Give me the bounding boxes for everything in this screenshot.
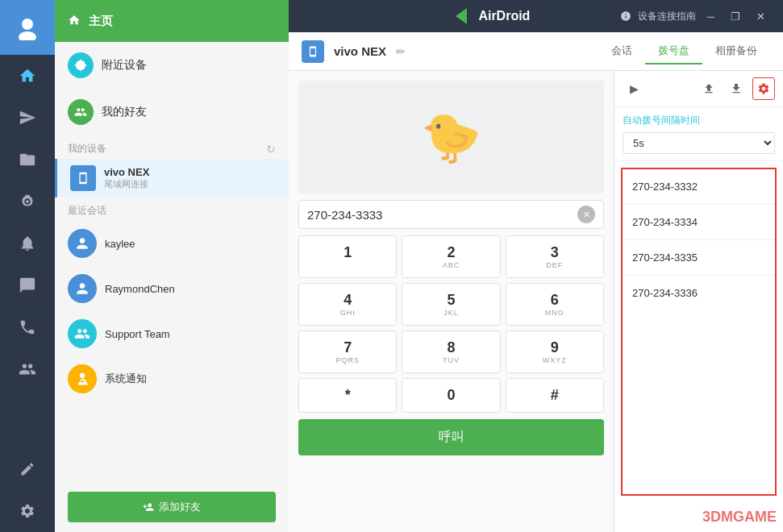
device-name: vivo NEX xyxy=(104,166,276,178)
friends-icon xyxy=(68,99,94,125)
recent-section-label: 最近会话 xyxy=(55,197,289,221)
svg-point-0 xyxy=(22,19,33,30)
left-panel: 主页 附近设备 我的好友 我的设备 ↻ vivo NEX 尾域网连接 最近会话 xyxy=(55,0,289,532)
add-friend-label: 添加好友 xyxy=(159,500,201,514)
nearby-label: 附近设备 xyxy=(102,58,147,73)
watermark: 3DMGAME xyxy=(621,509,777,526)
auto-dial-label: 自动拨号间隔时间 xyxy=(623,114,775,127)
key-8-button[interactable]: 8TUV xyxy=(402,330,500,373)
title-center: AirDroid xyxy=(456,8,530,24)
tab-conversation[interactable]: 会话 xyxy=(598,39,645,64)
sidebar-home-icon[interactable] xyxy=(0,55,55,97)
export-icon[interactable] xyxy=(725,77,748,100)
home-nav-icon xyxy=(68,14,81,29)
tools-row: ▶ xyxy=(614,71,783,107)
device-edit-icon[interactable]: ✏ xyxy=(396,45,406,58)
device-info: vivo NEX 尾域网连接 xyxy=(104,166,276,190)
import-icon[interactable] xyxy=(698,77,720,100)
content-area: 🐤 270-234-3333 ✕ 12ABC3DEF4GHI5JKL6MNO7P… xyxy=(289,71,783,532)
device-header: vivo NEX ✏ 会话 拨号盘 相册备份 xyxy=(289,32,783,71)
duck-mascot: 🐤 xyxy=(421,109,481,166)
key-0-button[interactable]: 0 xyxy=(402,378,500,413)
close-button[interactable]: ✕ xyxy=(752,9,770,24)
key-*-button[interactable]: * xyxy=(298,378,397,413)
watermark-area: 3DMGAME xyxy=(614,502,783,532)
key-3-button[interactable]: 3DEF xyxy=(506,235,604,278)
sidebar-chat-icon[interactable] xyxy=(0,264,55,306)
dialer-area: 🐤 270-234-3333 ✕ 12ABC3DEF4GHI5JKL6MNO7P… xyxy=(289,71,614,532)
max-button[interactable]: ❐ xyxy=(726,9,745,24)
contact-name: RaymondChen xyxy=(105,283,175,295)
my-devices-section: 我的设备 ↻ xyxy=(55,135,289,159)
key-4-button[interactable]: 4GHI xyxy=(298,283,397,326)
title-bar-right: 设备连接指南 ─ ❐ ✕ xyxy=(620,9,770,24)
key-5-button[interactable]: 5JKL xyxy=(402,283,500,326)
sidebar-gear-icon[interactable] xyxy=(0,490,55,532)
phone-list-item[interactable]: 270-234-3332 xyxy=(623,169,775,205)
phone-number-list: 270-234-3332270-234-3334270-234-3335270-… xyxy=(621,168,777,496)
right-panel: ▶ 自动拨号间隔时间 5s 10s 15s 30s xyxy=(614,71,783,532)
contact-item[interactable]: RaymondChen xyxy=(55,266,289,311)
nearby-icon xyxy=(68,52,94,78)
friends-item[interactable]: 我的好友 xyxy=(55,89,289,135)
my-devices-label: 我的设备 xyxy=(68,142,106,156)
contact-avatar xyxy=(68,274,97,303)
contact-avatar xyxy=(68,364,97,393)
contact-name: Support Team xyxy=(105,328,170,340)
home-nav-item[interactable]: 主页 xyxy=(55,0,289,42)
key-2-button[interactable]: 2ABC xyxy=(402,235,500,278)
key-9-button[interactable]: 9WXYZ xyxy=(506,330,604,373)
sidebar-binoculars-icon[interactable] xyxy=(0,181,55,222)
tab-bar: 会话 拨号盘 相册备份 xyxy=(598,39,770,64)
contact-item[interactable]: kaylee xyxy=(55,221,289,266)
device-header-icon xyxy=(302,40,324,63)
friends-label: 我的好友 xyxy=(102,105,147,119)
call-button[interactable]: 呼叫 xyxy=(298,419,604,455)
key-6-button[interactable]: 6MNO xyxy=(506,283,604,326)
device-status: 尾域网连接 xyxy=(104,178,276,190)
sidebar-file-icon[interactable] xyxy=(0,139,55,181)
key-#-button[interactable]: # xyxy=(506,378,604,413)
home-label: 主页 xyxy=(89,14,113,29)
sidebar-edit-icon[interactable] xyxy=(0,448,55,490)
refresh-icon[interactable]: ↻ xyxy=(266,143,276,156)
tab-dialer[interactable]: 拨号盘 xyxy=(645,39,702,64)
interval-select[interactable]: 5s 10s 15s 30s xyxy=(623,132,775,154)
help-label[interactable]: 设备连接指南 xyxy=(638,10,696,23)
sidebar-phone-icon[interactable] xyxy=(0,306,55,348)
contact-avatar xyxy=(68,319,97,348)
device-header-name: vivo NEX xyxy=(334,44,386,58)
phone-input-value: 270-234-3333 xyxy=(307,208,577,222)
main-content: AirDroid 设备连接指南 ─ ❐ ✕ vivo NEX ✏ 会话 拨号盘 … xyxy=(289,0,783,532)
phone-list-item[interactable]: 270-234-3335 xyxy=(623,240,775,276)
phone-list-item[interactable]: 270-234-3336 xyxy=(623,276,775,310)
app-title: AirDroid xyxy=(478,9,530,23)
phone-list-item[interactable]: 270-234-3334 xyxy=(623,205,775,240)
info-icon xyxy=(620,10,631,22)
svg-point-1 xyxy=(19,31,36,40)
contact-item[interactable]: Support Team xyxy=(55,311,289,356)
contacts-list: kaylee RaymondChen Support Team 系统通知 xyxy=(55,221,289,401)
add-friend-button[interactable]: 添加好友 xyxy=(68,492,276,522)
phone-input-row: 270-234-3333 ✕ xyxy=(298,200,604,229)
sidebar-contacts-icon[interactable] xyxy=(0,348,55,390)
user-avatar[interactable] xyxy=(0,0,55,55)
contact-item[interactable]: 系统通知 xyxy=(55,356,289,401)
keypad: 12ABC3DEF4GHI5JKL6MNO7PQRS8TUV9WXYZ*0# xyxy=(298,235,604,413)
clear-button[interactable]: ✕ xyxy=(577,206,595,223)
sidebar-bell-icon[interactable] xyxy=(0,222,55,264)
sidebar-send-icon[interactable] xyxy=(0,97,55,139)
tab-photos[interactable]: 相册备份 xyxy=(702,39,770,64)
device-item-vivo[interactable]: vivo NEX 尾域网连接 xyxy=(55,159,289,197)
settings-icon[interactable] xyxy=(752,77,775,100)
key-7-button[interactable]: 7PQRS xyxy=(298,330,397,373)
device-phone-icon xyxy=(70,165,96,191)
key-1-button[interactable]: 1 xyxy=(298,235,397,278)
dialer-display: 🐤 xyxy=(298,81,604,193)
nearby-devices-item[interactable]: 附近设备 xyxy=(55,42,289,89)
contact-avatar xyxy=(68,229,97,258)
contact-name: 系统通知 xyxy=(105,372,147,386)
contact-name: kaylee xyxy=(105,238,135,250)
play-icon[interactable]: ▶ xyxy=(623,77,645,100)
min-button[interactable]: ─ xyxy=(702,9,719,24)
